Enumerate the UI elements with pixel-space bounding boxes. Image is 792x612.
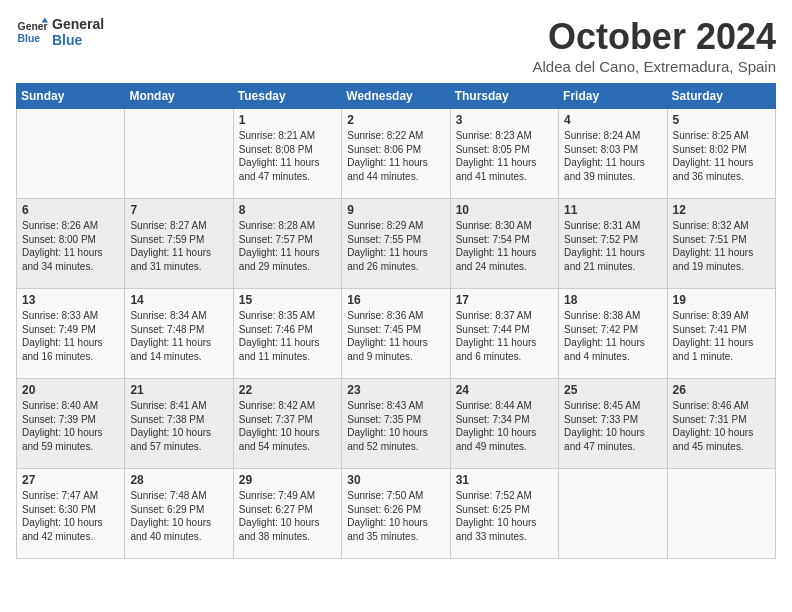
cell-text: Sunset: 7:31 PM (673, 413, 770, 427)
cell-text: Daylight: 10 hours and 49 minutes. (456, 426, 553, 453)
day-cell: 6Sunrise: 8:26 AMSunset: 8:00 PMDaylight… (17, 199, 125, 289)
day-cell: 14Sunrise: 8:34 AMSunset: 7:48 PMDayligh… (125, 289, 233, 379)
cell-text: Sunrise: 8:46 AM (673, 399, 770, 413)
day-number: 13 (22, 293, 119, 307)
week-row-3: 13Sunrise: 8:33 AMSunset: 7:49 PMDayligh… (17, 289, 776, 379)
location: Aldea del Cano, Extremadura, Spain (533, 58, 776, 75)
day-cell: 26Sunrise: 8:46 AMSunset: 7:31 PMDayligh… (667, 379, 775, 469)
cell-text: Daylight: 11 hours and 44 minutes. (347, 156, 444, 183)
week-row-2: 6Sunrise: 8:26 AMSunset: 8:00 PMDaylight… (17, 199, 776, 289)
day-cell: 18Sunrise: 8:38 AMSunset: 7:42 PMDayligh… (559, 289, 667, 379)
cell-text: Sunset: 7:48 PM (130, 323, 227, 337)
day-number: 24 (456, 383, 553, 397)
day-cell: 7Sunrise: 8:27 AMSunset: 7:59 PMDaylight… (125, 199, 233, 289)
cell-text: Daylight: 10 hours and 33 minutes. (456, 516, 553, 543)
day-number: 14 (130, 293, 227, 307)
day-number: 2 (347, 113, 444, 127)
cell-text: Daylight: 10 hours and 35 minutes. (347, 516, 444, 543)
cell-text: Sunset: 7:39 PM (22, 413, 119, 427)
cell-text: Sunset: 6:27 PM (239, 503, 336, 517)
cell-text: Sunset: 7:46 PM (239, 323, 336, 337)
cell-text: Sunset: 7:37 PM (239, 413, 336, 427)
cell-text: Sunrise: 8:22 AM (347, 129, 444, 143)
cell-text: Sunrise: 8:32 AM (673, 219, 770, 233)
day-cell: 12Sunrise: 8:32 AMSunset: 7:51 PMDayligh… (667, 199, 775, 289)
week-row-1: 1Sunrise: 8:21 AMSunset: 8:08 PMDaylight… (17, 109, 776, 199)
day-number: 11 (564, 203, 661, 217)
day-cell: 21Sunrise: 8:41 AMSunset: 7:38 PMDayligh… (125, 379, 233, 469)
cell-text: Daylight: 10 hours and 47 minutes. (564, 426, 661, 453)
cell-text: Sunrise: 8:28 AM (239, 219, 336, 233)
cell-text: Sunset: 7:34 PM (456, 413, 553, 427)
logo-icon: General Blue (16, 16, 48, 48)
day-number: 23 (347, 383, 444, 397)
cell-text: Sunset: 6:25 PM (456, 503, 553, 517)
day-cell: 4Sunrise: 8:24 AMSunset: 8:03 PMDaylight… (559, 109, 667, 199)
week-row-4: 20Sunrise: 8:40 AMSunset: 7:39 PMDayligh… (17, 379, 776, 469)
cell-text: Daylight: 11 hours and 36 minutes. (673, 156, 770, 183)
day-cell: 10Sunrise: 8:30 AMSunset: 7:54 PMDayligh… (450, 199, 558, 289)
cell-text: Sunrise: 8:33 AM (22, 309, 119, 323)
day-number: 4 (564, 113, 661, 127)
day-cell (667, 469, 775, 559)
cell-text: Daylight: 11 hours and 26 minutes. (347, 246, 444, 273)
header-saturday: Saturday (667, 84, 775, 109)
cell-text: Daylight: 10 hours and 45 minutes. (673, 426, 770, 453)
day-number: 6 (22, 203, 119, 217)
day-number: 20 (22, 383, 119, 397)
day-number: 25 (564, 383, 661, 397)
cell-text: Sunset: 8:03 PM (564, 143, 661, 157)
cell-text: Sunset: 7:54 PM (456, 233, 553, 247)
day-cell: 11Sunrise: 8:31 AMSunset: 7:52 PMDayligh… (559, 199, 667, 289)
day-cell: 2Sunrise: 8:22 AMSunset: 8:06 PMDaylight… (342, 109, 450, 199)
day-cell: 31Sunrise: 7:52 AMSunset: 6:25 PMDayligh… (450, 469, 558, 559)
cell-text: Daylight: 10 hours and 54 minutes. (239, 426, 336, 453)
day-cell (125, 109, 233, 199)
cell-text: Daylight: 11 hours and 24 minutes. (456, 246, 553, 273)
cell-text: Sunset: 7:44 PM (456, 323, 553, 337)
day-number: 9 (347, 203, 444, 217)
cell-text: Sunset: 7:51 PM (673, 233, 770, 247)
cell-text: Daylight: 10 hours and 57 minutes. (130, 426, 227, 453)
cell-text: Sunset: 6:30 PM (22, 503, 119, 517)
day-number: 22 (239, 383, 336, 397)
cell-text: Sunrise: 8:36 AM (347, 309, 444, 323)
cell-text: Daylight: 10 hours and 38 minutes. (239, 516, 336, 543)
day-number: 3 (456, 113, 553, 127)
cell-text: Sunset: 7:41 PM (673, 323, 770, 337)
cell-text: Daylight: 11 hours and 9 minutes. (347, 336, 444, 363)
cell-text: Sunset: 7:35 PM (347, 413, 444, 427)
week-row-5: 27Sunrise: 7:47 AMSunset: 6:30 PMDayligh… (17, 469, 776, 559)
cell-text: Sunrise: 8:37 AM (456, 309, 553, 323)
cell-text: Sunset: 7:45 PM (347, 323, 444, 337)
calendar-table: SundayMondayTuesdayWednesdayThursdayFrid… (16, 83, 776, 559)
day-number: 17 (456, 293, 553, 307)
cell-text: Daylight: 11 hours and 14 minutes. (130, 336, 227, 363)
cell-text: Daylight: 11 hours and 4 minutes. (564, 336, 661, 363)
cell-text: Daylight: 11 hours and 11 minutes. (239, 336, 336, 363)
cell-text: Daylight: 11 hours and 34 minutes. (22, 246, 119, 273)
cell-text: Daylight: 11 hours and 16 minutes. (22, 336, 119, 363)
calendar-header-row: SundayMondayTuesdayWednesdayThursdayFrid… (17, 84, 776, 109)
header-thursday: Thursday (450, 84, 558, 109)
cell-text: Sunrise: 8:41 AM (130, 399, 227, 413)
day-cell: 23Sunrise: 8:43 AMSunset: 7:35 PMDayligh… (342, 379, 450, 469)
cell-text: Sunset: 7:57 PM (239, 233, 336, 247)
day-cell: 17Sunrise: 8:37 AMSunset: 7:44 PMDayligh… (450, 289, 558, 379)
cell-text: Sunset: 7:52 PM (564, 233, 661, 247)
cell-text: Sunrise: 7:47 AM (22, 489, 119, 503)
cell-text: Sunset: 7:33 PM (564, 413, 661, 427)
cell-text: Daylight: 11 hours and 21 minutes. (564, 246, 661, 273)
cell-text: Daylight: 11 hours and 6 minutes. (456, 336, 553, 363)
day-number: 31 (456, 473, 553, 487)
logo-general: General (52, 16, 104, 32)
day-number: 5 (673, 113, 770, 127)
cell-text: Daylight: 11 hours and 19 minutes. (673, 246, 770, 273)
day-number: 1 (239, 113, 336, 127)
cell-text: Sunrise: 8:35 AM (239, 309, 336, 323)
header-wednesday: Wednesday (342, 84, 450, 109)
cell-text: Sunrise: 7:50 AM (347, 489, 444, 503)
cell-text: Sunrise: 8:42 AM (239, 399, 336, 413)
cell-text: Sunrise: 8:31 AM (564, 219, 661, 233)
day-cell: 20Sunrise: 8:40 AMSunset: 7:39 PMDayligh… (17, 379, 125, 469)
